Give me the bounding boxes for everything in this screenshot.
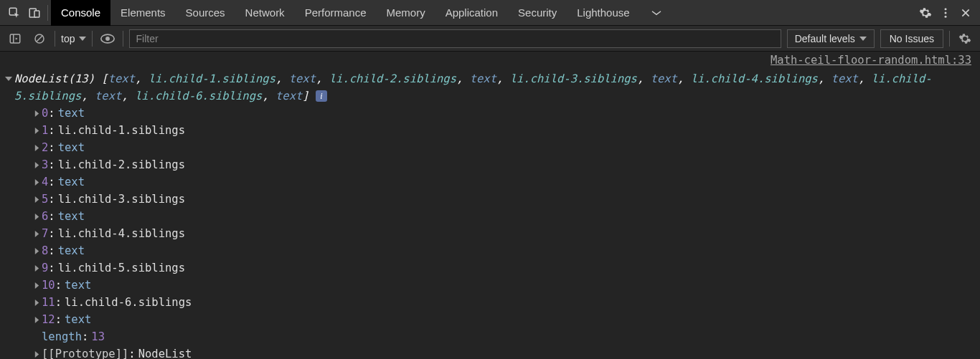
tab-security[interactable]: Security: [508, 0, 567, 26]
console-output: Math-ceil-floor-random.html:33 NodeList(…: [0, 52, 980, 359]
filter-input[interactable]: [129, 29, 781, 48]
disclosure-triangle-icon[interactable]: [32, 139, 42, 156]
clear-console-icon[interactable]: [30, 29, 49, 48]
disclosure-triangle-icon[interactable]: [32, 191, 42, 208]
disclosure-triangle-icon[interactable]: [32, 277, 42, 294]
kebab-menu-icon[interactable]: [936, 3, 956, 23]
svg-rect-2: [34, 11, 39, 17]
disclosure-triangle-icon[interactable]: [32, 311, 42, 328]
sidebar-toggle-icon[interactable]: [6, 29, 24, 48]
chevron-down-icon: [79, 35, 86, 42]
tab-application[interactable]: Application: [435, 0, 508, 26]
inspect-icon[interactable]: [4, 3, 24, 23]
disclosure-triangle-icon[interactable]: [3, 70, 14, 87]
tab-elements[interactable]: Elements: [110, 0, 176, 26]
nodelist-items: 0: text1: li.child-1.siblings2: text3: l…: [0, 105, 980, 359]
device-toggle-icon[interactable]: [24, 3, 44, 23]
svg-point-5: [945, 15, 947, 17]
nodelist-summary-text: NodeList(13) [text, li.child-1.siblings,…: [14, 70, 977, 105]
nodelist-prototype[interactable]: [[Prototype]]: NodeList: [32, 345, 980, 359]
close-devtools-icon[interactable]: [956, 3, 976, 23]
tab-strip: ConsoleElementsSourcesNetworkPerformance…: [51, 0, 640, 26]
nodelist-item[interactable]: 10: text: [32, 277, 980, 294]
console-toolbar: top Default levels No Issues: [0, 26, 980, 52]
nodelist-item[interactable]: 12: text: [32, 311, 980, 328]
chevron-down-icon: [859, 35, 867, 42]
svg-point-4: [945, 11, 947, 14]
tab-lighthouse[interactable]: Lighthouse: [567, 0, 639, 26]
nodelist-summary-row[interactable]: NodeList(13) [text, li.child-1.siblings,…: [0, 70, 980, 105]
log-levels-selector[interactable]: Default levels: [787, 29, 875, 48]
separator: [92, 31, 93, 47]
disclosure-triangle-icon[interactable]: [32, 242, 42, 259]
settings-icon[interactable]: [915, 3, 936, 23]
disclosure-triangle-icon[interactable]: [32, 122, 42, 139]
disclosure-triangle-icon[interactable]: [32, 105, 42, 122]
separator: [47, 5, 48, 21]
svg-rect-6: [10, 34, 20, 43]
nodelist-item[interactable]: 9: li.child-5.siblings: [32, 259, 980, 277]
disclosure-triangle-icon[interactable]: [32, 173, 42, 191]
tab-sources[interactable]: Sources: [176, 0, 235, 26]
separator: [55, 31, 55, 47]
tab-memory[interactable]: Memory: [377, 0, 435, 26]
live-expression-icon[interactable]: [98, 29, 117, 48]
context-selector[interactable]: top: [61, 33, 86, 44]
info-icon[interactable]: i: [316, 90, 327, 102]
disclosure-triangle-icon[interactable]: [32, 294, 42, 311]
disclosure-triangle-icon[interactable]: [32, 208, 42, 225]
nodelist-length: .length: 13: [32, 328, 980, 345]
svg-point-3: [945, 8, 947, 10]
disclosure-triangle-icon[interactable]: [32, 259, 42, 277]
disclosure-triangle-icon[interactable]: [32, 345, 42, 359]
svg-point-9: [106, 37, 110, 41]
nodelist-item[interactable]: 4: text: [32, 173, 980, 191]
nodelist-item[interactable]: 8: text: [32, 242, 980, 259]
nodelist-item[interactable]: 7: li.child-4.siblings: [32, 225, 980, 242]
console-settings-icon[interactable]: [956, 29, 974, 48]
nodelist-item[interactable]: 1: li.child-1.siblings: [32, 122, 980, 139]
issues-button[interactable]: No Issues: [880, 29, 943, 48]
separator: [949, 31, 950, 47]
nodelist-item[interactable]: 5: li.child-3.siblings: [32, 191, 980, 208]
nodelist-item[interactable]: 2: text: [32, 139, 980, 156]
context-label: top: [61, 33, 75, 44]
disclosure-triangle-icon[interactable]: [32, 225, 42, 242]
nodelist-item[interactable]: 3: li.child-2.siblings: [32, 156, 980, 173]
disclosure-triangle-icon[interactable]: [32, 156, 42, 173]
separator: [123, 31, 123, 47]
nodelist-item[interactable]: 11: li.child-6.siblings: [32, 294, 980, 311]
tab-network[interactable]: Network: [235, 0, 295, 26]
source-link[interactable]: Math-ceil-floor-random.html:33: [0, 52, 980, 69]
nodelist-item[interactable]: 0: text: [32, 105, 980, 122]
issues-label: No Issues: [890, 33, 934, 44]
log-levels-label: Default levels: [795, 33, 855, 44]
tab-console[interactable]: Console: [51, 0, 110, 26]
tab-performance[interactable]: Performance: [295, 0, 377, 26]
devtools-tabbar: ConsoleElementsSourcesNetworkPerformance…: [0, 0, 980, 26]
more-tabs-button[interactable]: [640, 0, 673, 26]
nodelist-item[interactable]: 6: text: [32, 208, 980, 225]
